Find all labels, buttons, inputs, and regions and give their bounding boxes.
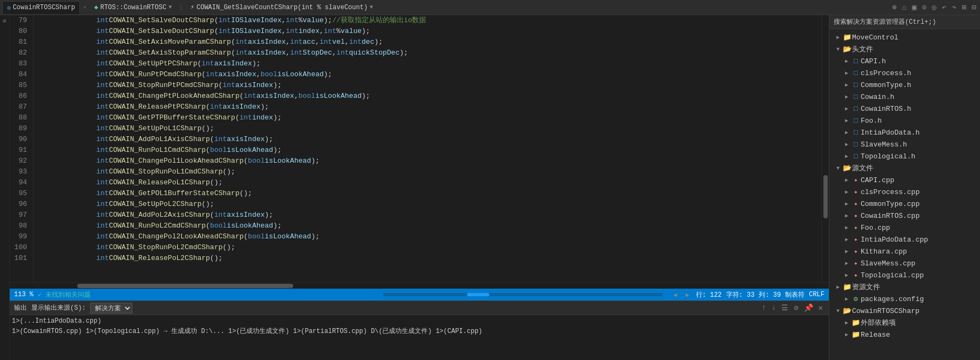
sidebar-item-movecontrol[interactable]: ▶ 📁 MoveControl	[829, 31, 980, 43]
namespace-dropdown[interactable]: ◆ RTOS::CowainRTOSC ▼	[90, 2, 176, 12]
resources-label: 资源文件	[852, 282, 978, 292]
gutter-92	[34, 156, 77, 166]
sidebar-item-slavemess-cpp[interactable]: ▶ ✦ SlaveMess.cpp	[829, 257, 980, 269]
gutter-97	[34, 210, 77, 221]
sidebar-item-clsprocess-h[interactable]: ▶ □ clsProcess.h	[829, 67, 980, 79]
box-icon[interactable]: ▣	[910, 2, 918, 13]
home-icon[interactable]: ⌂	[901, 2, 908, 13]
line-num-92: 92	[10, 156, 30, 166]
output-up-icon[interactable]: ↑	[760, 303, 767, 312]
line-num-100: 100	[10, 242, 30, 253]
sidebar-item-slavemess-h[interactable]: ▶ □ SlaveMess.h	[829, 138, 980, 150]
sources-label: 源文件	[852, 163, 978, 173]
output-list-icon[interactable]: ☰	[780, 303, 790, 312]
settings-icon[interactable]: ⊙	[920, 2, 928, 13]
project-tab[interactable]: ⚙ CowainRTOSCSharp	[2, 1, 80, 14]
output-down-icon[interactable]: ↓	[770, 303, 778, 312]
zoom-label: 113 %	[14, 291, 33, 298]
release-folder-icon: 📁	[851, 330, 861, 339]
capi-cpp-label: CAPI.cpp	[861, 176, 978, 184]
kithara-cpp-label: Kithara.cpp	[861, 248, 978, 256]
gutter-79	[34, 15, 77, 26]
sidebar-item-intia-cpp[interactable]: ▶ ✦ IntiaPdoData.cpp	[829, 234, 980, 245]
sidebar-item-capi-h[interactable]: ▶ □ CAPI.h	[829, 55, 980, 67]
foo-h-chevron-icon: ▶	[842, 117, 851, 124]
sidebar-item-intia-h[interactable]: ▶ □ IntiaPdoData.h	[829, 126, 980, 138]
cowainrtoscsharp-label: CowainRTOSCSharp	[852, 307, 978, 315]
capi-h-file-icon: □	[851, 57, 861, 65]
foo-h-file-icon: □	[851, 117, 861, 125]
status-bar: 113 % ✓ 未找到相关问题 ◀ ▶ 行: 122 字符: 33 列: 39 …	[10, 289, 829, 301]
output-pin-icon[interactable]: 📌	[802, 303, 815, 312]
sidebar-item-commontype-cpp[interactable]: ▶ ✦ CommonType.cpp	[829, 198, 980, 210]
indent-label: 制表符	[785, 290, 805, 299]
code-line-82: int COWAIN_SetAxisStopParamCSharp(int ax…	[77, 48, 821, 58]
output-line-1: 1>(...IntiaPdoData.cpp)	[12, 316, 827, 326]
sidebar-item-cowainrtoscsharp[interactable]: ▼ 📂 CowainRTOSCSharp	[829, 305, 980, 317]
forward-icon[interactable]: ↷	[950, 2, 958, 13]
sidebar-item-packages-config[interactable]: ▶ ⚙ packages.config	[829, 293, 980, 305]
output-source-select[interactable]: 解决方案	[90, 303, 132, 314]
line-num-84: 84	[10, 69, 30, 80]
sidebar-item-topological-cpp[interactable]: ▶ ✦ Topological.cpp	[829, 269, 980, 281]
sidebar-item-release[interactable]: ▶ 📁 Release	[829, 329, 980, 341]
sidebar-item-resources[interactable]: ▶ 📁 资源文件	[829, 281, 980, 293]
resources-folder-icon: 📁	[842, 283, 852, 291]
scrollbar-thumb[interactable]	[823, 175, 828, 218]
clsprocess-cpp-chevron-icon: ▶	[842, 189, 851, 195]
project-tab-label: CowainRTOSCSharp	[13, 4, 75, 11]
gutter-101	[34, 253, 77, 264]
intia-cpp-label: IntiaPdoData.cpp	[861, 236, 978, 244]
slavemess-h-file-icon: □	[851, 141, 861, 149]
back-icon[interactable]: ↶	[940, 2, 948, 13]
line-num-79: 79	[10, 15, 30, 26]
code-line-93: int COWAIN_StopRunPoL1CmdCSharp();	[77, 166, 821, 177]
sidebar-item-headers[interactable]: ▼ 📂 头文件	[829, 43, 980, 55]
pin-icon[interactable]: ⊕	[890, 2, 898, 13]
horizontal-scrollbar[interactable]	[10, 282, 829, 289]
gutter-86	[34, 91, 77, 102]
add-window-icon[interactable]: ⊟	[970, 2, 978, 13]
sidebar-item-capi-cpp[interactable]: ▶ ✦ CAPI.cpp	[829, 174, 980, 186]
line-num-95: 95	[10, 188, 30, 199]
target-icon[interactable]: ◎	[930, 2, 938, 13]
sidebar-item-commontype-h[interactable]: ▶ □ CommonType.h	[829, 79, 980, 91]
function-dropdown[interactable]: ⚡ COWAIN_GetSlaveCountCSharp(int % slave…	[186, 2, 377, 12]
h-scrollbar-thumb[interactable]	[77, 284, 293, 288]
sidebar-item-clsprocess-cpp[interactable]: ▶ ✦ clsProcess.cpp	[829, 186, 980, 198]
sidebar-item-cowainrtos-h[interactable]: ▶ □ CowainRTOS.h	[829, 103, 980, 115]
gutter-81	[34, 37, 77, 48]
sources-chevron-icon: ▼	[834, 165, 842, 171]
vertical-scrollbar[interactable]	[821, 15, 829, 282]
sidebar-item-kithara-cpp[interactable]: ▶ ✦ Kithara.cpp	[829, 245, 980, 257]
headers-label: 头文件	[852, 44, 978, 54]
col-status: 列: 39	[759, 290, 781, 299]
code-line-90: int COWAIN_AddPoL1AxisCSharp(int axisInd…	[77, 134, 821, 145]
external-deps-chevron-icon: ▶	[842, 319, 851, 326]
sidebar-item-external-deps[interactable]: ▶ 📁 外部依赖项	[829, 317, 980, 329]
headers-chevron-icon: ▼	[834, 46, 842, 52]
foo-h-label: Foo.h	[861, 117, 978, 125]
clsprocess-cpp-file-icon: ✦	[851, 188, 861, 196]
code-line-95: int COWAIN_GetPOL1BufferStateCSharp();	[77, 188, 821, 199]
sidebar-item-foo-h[interactable]: ▶ □ Foo.h	[829, 115, 980, 126]
output-clear-icon[interactable]: ⊘	[792, 303, 800, 312]
output-close-icon[interactable]: ✕	[817, 303, 824, 312]
output-title: 输出	[14, 303, 27, 312]
sidebar-item-cowainrtos-cpp[interactable]: ▶ ✦ CowainRTOS.cpp	[829, 210, 980, 222]
line-num-82: 82	[10, 48, 30, 58]
sidebar-item-foo-cpp[interactable]: ▶ ✦ Foo.cpp	[829, 222, 980, 234]
window-icon[interactable]: ⊞	[960, 2, 968, 13]
commontype-h-file-icon: □	[851, 81, 861, 89]
gutter-83	[34, 58, 77, 69]
code-line-97: int COWAIN_AddPoL2AxisCSharp(int axisInd…	[77, 210, 821, 221]
line-num-87: 87	[10, 102, 30, 112]
sidebar-item-sources[interactable]: ▼ 📂 源文件	[829, 162, 980, 174]
zoom-status[interactable]: 113 %	[14, 291, 33, 298]
code-lines[interactable]: int COWAIN_SetSalveDoutCSharp(int IOSlav…	[77, 15, 821, 282]
output-panel: 输出 显示输出来源(S): 解决方案 ↑ ↓ ☰ ⊘ 📌 ✕ 1>(...Int…	[10, 301, 829, 360]
foo-cpp-file-icon: ✦	[851, 223, 861, 232]
sidebar-item-cowain-h[interactable]: ▶ □ Cowain.h	[829, 91, 980, 103]
code-line-81: int COWAIN_SetAxisMoveParamCSharp(int ax…	[77, 37, 821, 48]
sidebar-item-topological-h[interactable]: ▶ □ Topological.h	[829, 150, 980, 162]
